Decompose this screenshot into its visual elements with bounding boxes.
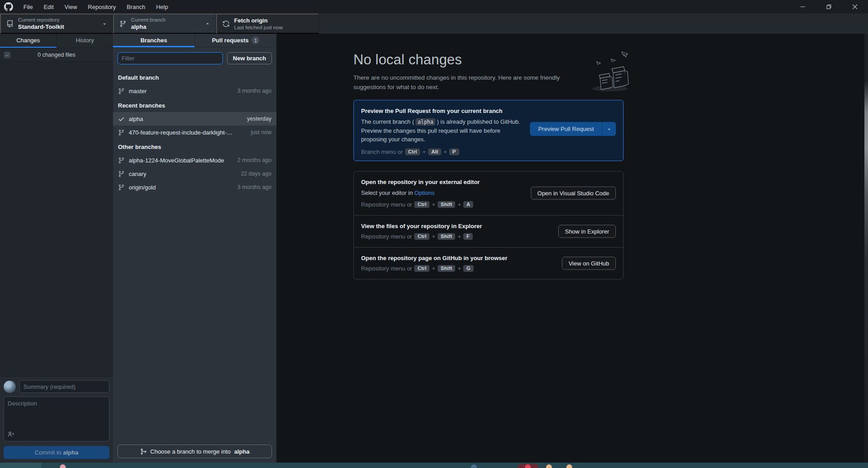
current-repository-button[interactable]: Current repository Standard-Toolkit — [0, 14, 113, 34]
current-branch-label: Current branch — [131, 17, 166, 22]
commit-button-branch: alpha — [63, 449, 78, 456]
card-body-line1: The current branch (alpha) is already pu… — [361, 117, 523, 126]
close-button[interactable] — [842, 0, 868, 14]
avatar — [4, 381, 16, 393]
key-shift: Shift — [438, 233, 456, 240]
key-p: P — [449, 148, 459, 155]
menu-branch[interactable]: Branch — [121, 0, 150, 14]
branch-row[interactable]: alphayesterday — [113, 112, 276, 126]
git-branch-icon — [118, 157, 125, 164]
tab-branches[interactable]: Branches — [113, 34, 195, 47]
menu-file[interactable]: File — [18, 0, 38, 14]
preview-pull-request-button[interactable]: Preview Pull Request — [530, 122, 616, 136]
merge-button-text: Choose a branch to merge into — [150, 448, 231, 455]
suggestions-group: Open the repository in your external edi… — [353, 171, 624, 279]
app-menu: FileEditViewRepositoryBranchHelp — [18, 0, 173, 14]
branch-row[interactable]: canary22 days ago — [113, 167, 276, 180]
tab-history[interactable]: History — [57, 34, 113, 48]
preview-pr-card: Preview the Pull Request from your curre… — [353, 100, 624, 161]
menubar: FileEditViewRepositoryBranchHelp — [0, 0, 868, 14]
key-ctrl: Ctrl — [405, 148, 420, 155]
branch-time: 2 months ago — [234, 157, 271, 163]
branch-row[interactable]: origin/gold3 months ago — [113, 180, 276, 194]
fetch-origin-button[interactable]: Fetch origin Last fetched just now — [216, 14, 319, 34]
commit-description-input[interactable] — [4, 397, 109, 429]
git-branch-icon — [118, 171, 125, 177]
card-title: Preview the Pull Request from your curre… — [361, 108, 616, 114]
minimize-button[interactable] — [790, 0, 816, 14]
options-link[interactable]: Options — [415, 189, 435, 196]
current-branch-button[interactable]: Current branch alpha — [113, 14, 216, 34]
tab-changes-label: Changes — [16, 37, 40, 44]
sidebar-tabs: Changes History — [0, 34, 113, 48]
select-all-checkbox[interactable] — [4, 52, 10, 58]
tab-pull-requests[interactable]: Pull requests1 — [195, 34, 276, 47]
branch-time: 3 months ago — [234, 88, 271, 94]
menu-edit[interactable]: Edit — [38, 0, 59, 14]
key-ctrl: Ctrl — [414, 201, 429, 208]
hint-plus: + — [422, 148, 426, 155]
add-coauthor-icon[interactable] — [8, 431, 14, 438]
show-in-explorer-button[interactable]: Show in Explorer — [558, 225, 616, 238]
hint-plus: + — [457, 265, 461, 272]
view-on-github-button[interactable]: View on GitHub — [562, 256, 616, 270]
branch-row[interactable]: 470-feature-request-include-darklight-g.… — [113, 126, 276, 139]
hint-text: Branch menu or — [361, 148, 403, 155]
suggestion-card: View the files of your repository in Exp… — [354, 215, 623, 247]
card-body-line2: Preview the changes this pull request wi… — [361, 126, 523, 144]
branch-row[interactable]: master3 months ago — [113, 84, 276, 98]
branch-code-chip: alpha — [416, 118, 436, 126]
toolbar: Current repository Standard-Toolkit Curr… — [0, 14, 868, 34]
branch-list: Default branchmaster3 months agoRecent b… — [113, 68, 276, 440]
changes-sidebar: Changes History 0 changed files Commit t… — [0, 34, 113, 463]
tab-changes[interactable]: Changes — [0, 34, 57, 48]
key-ctrl: Ctrl — [414, 233, 429, 240]
shortcut-hint: Repository menu orCtrl+Shift+A — [361, 201, 616, 208]
chevron-down-icon[interactable] — [602, 122, 616, 136]
menu-repository[interactable]: Repository — [82, 0, 121, 14]
hint-text: Repository menu or — [361, 233, 412, 240]
git-branch-icon — [118, 88, 125, 94]
branch-time: 3 months ago — [234, 184, 271, 190]
new-branch-button[interactable]: New branch — [227, 52, 272, 64]
open-in-visual-studio-code-button[interactable]: Open in Visual Studio Code — [531, 187, 616, 200]
repo-icon — [6, 20, 14, 27]
changed-files-row: 0 changed files — [0, 48, 113, 62]
card-body-post: ) is already published to GitHub. — [437, 118, 520, 125]
suggestion-card: Open the repository page on GitHub in yo… — [354, 247, 623, 279]
merge-button-branch: alpha — [234, 448, 249, 455]
sync-icon — [222, 20, 230, 27]
preview-pull-request-label: Preview Pull Request — [530, 122, 602, 136]
branch-name: alpha-1224-MoveGlobalPaletteMode — [129, 157, 224, 164]
filter-row: New branch — [113, 47, 276, 68]
pull-requests-badge: 1 — [252, 36, 259, 44]
branch-name: origin/gold — [129, 184, 156, 191]
changed-files-count: 0 changed files — [10, 52, 113, 58]
card-title: Open the repository in your external edi… — [361, 179, 616, 185]
github-logo-icon — [4, 2, 13, 11]
branch-row[interactable]: alpha-1224-MoveGlobalPaletteMode2 months… — [113, 153, 276, 167]
git-branch-icon — [119, 20, 127, 27]
git-merge-icon — [140, 448, 147, 455]
merge-branch-button[interactable]: Choose a branch to merge into alpha — [118, 445, 272, 458]
key-shift: Shift — [438, 201, 456, 208]
chevron-up-icon — [205, 21, 210, 27]
branch-section-header: Recent branches — [113, 98, 276, 112]
fetch-origin-label: Fetch origin — [234, 17, 283, 24]
commit-summary-input[interactable] — [19, 380, 109, 393]
commit-button[interactable]: Commit to alpha — [4, 446, 109, 459]
key-f: F — [463, 233, 473, 240]
no-changes-illustration-icon — [584, 48, 634, 93]
hint-plus: + — [457, 201, 461, 208]
key-alt: Alt — [428, 148, 441, 155]
menu-view[interactable]: View — [59, 0, 82, 14]
commit-description-box — [4, 396, 109, 441]
hint-plus: + — [432, 201, 435, 208]
menu-help[interactable]: Help — [151, 0, 174, 14]
main-content: No local changes There are no uncommitte… — [277, 34, 864, 463]
branch-filter-input[interactable] — [118, 52, 223, 64]
suggestion-card: Open the repository in your external edi… — [354, 171, 623, 215]
restore-button[interactable] — [816, 0, 842, 14]
current-repository-label: Current repository — [18, 17, 64, 22]
key-ctrl: Ctrl — [414, 265, 429, 272]
